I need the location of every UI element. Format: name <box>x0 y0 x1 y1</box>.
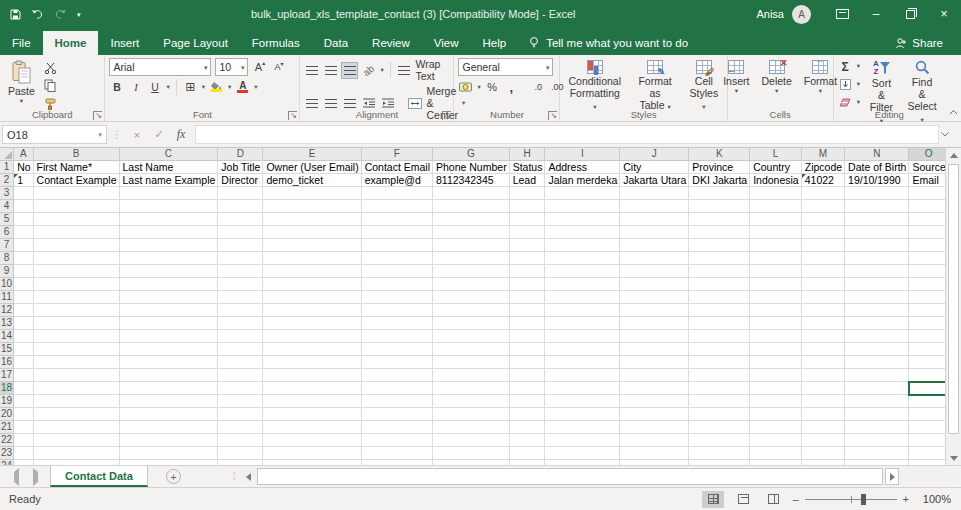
cell-F8[interactable] <box>361 252 432 265</box>
cell-I15[interactable] <box>545 343 620 356</box>
cell-M9[interactable] <box>801 265 844 278</box>
cell-F13[interactable] <box>361 317 432 330</box>
cell-N18[interactable] <box>845 382 909 395</box>
cell-N17[interactable] <box>845 369 909 382</box>
cell-B23[interactable] <box>33 447 119 460</box>
cell-I20[interactable] <box>545 408 620 421</box>
cell-H2[interactable]: Lead <box>509 174 545 187</box>
cell-J2[interactable]: Jakarta Utara <box>620 174 689 187</box>
cell-A22[interactable] <box>14 434 33 447</box>
cell-J10[interactable] <box>620 278 689 291</box>
cell-M14[interactable] <box>801 330 844 343</box>
cell-H22[interactable] <box>509 434 545 447</box>
cell-C19[interactable] <box>119 395 218 408</box>
cell-A20[interactable] <box>14 408 33 421</box>
row-header-17[interactable]: 17 <box>0 369 14 382</box>
cell-M5[interactable] <box>801 213 844 226</box>
cell-O2[interactable]: Email <box>909 174 945 187</box>
cell-O12[interactable] <box>909 304 945 317</box>
ribbon-tab-data[interactable]: Data <box>312 31 360 55</box>
user-name[interactable]: Anisa <box>756 8 784 20</box>
cell-K15[interactable] <box>689 343 750 356</box>
col-header-K[interactable]: K <box>689 148 750 161</box>
col-header-B[interactable]: B <box>33 148 119 161</box>
cell-L15[interactable] <box>750 343 802 356</box>
borders-icon[interactable]: ⊞ <box>183 80 198 95</box>
cell-K2[interactable]: DKI Jakarta <box>689 174 750 187</box>
cell-L1[interactable]: Country <box>750 161 802 174</box>
percent-style-button[interactable]: % <box>485 80 500 95</box>
cell-M20[interactable] <box>801 408 844 421</box>
prev-sheet-icon[interactable] <box>14 472 19 482</box>
cell-M3[interactable] <box>801 187 844 200</box>
format-as-table-button[interactable]: ✎ Format asTable ▾ <box>631 58 679 113</box>
ribbon-tab-file[interactable]: File <box>0 31 43 55</box>
cell-F18[interactable] <box>361 382 432 395</box>
cell-G17[interactable] <box>433 369 510 382</box>
cell-O3[interactable] <box>909 187 945 200</box>
cell-C2[interactable]: Last name Example <box>119 174 218 187</box>
cell-J16[interactable] <box>620 356 689 369</box>
cell-M18[interactable] <box>801 382 844 395</box>
cell-M11[interactable] <box>801 291 844 304</box>
cell-B17[interactable] <box>33 369 119 382</box>
cell-E10[interactable] <box>263 278 361 291</box>
cell-C10[interactable] <box>119 278 218 291</box>
cell-D16[interactable] <box>218 356 263 369</box>
zoom-level[interactable]: 100% <box>917 493 951 505</box>
wrap-text-icon[interactable] <box>396 63 411 78</box>
col-header-D[interactable]: D <box>218 148 263 161</box>
cell-H23[interactable] <box>509 447 545 460</box>
cell-H19[interactable] <box>509 395 545 408</box>
cell-D10[interactable] <box>218 278 263 291</box>
restore-icon[interactable] <box>893 0 927 28</box>
cell-E22[interactable] <box>263 434 361 447</box>
cell-G7[interactable] <box>433 239 510 252</box>
cell-I23[interactable] <box>545 447 620 460</box>
cell-N3[interactable] <box>845 187 909 200</box>
number-format-select[interactable]: General▾ <box>458 58 553 76</box>
cell-F9[interactable] <box>361 265 432 278</box>
cell-M10[interactable] <box>801 278 844 291</box>
cell-C7[interactable] <box>119 239 218 252</box>
autosum-icon[interactable]: Σ <box>838 59 853 74</box>
insert-function-icon[interactable]: fx <box>171 127 191 142</box>
cell-J11[interactable] <box>620 291 689 304</box>
cell-L19[interactable] <box>750 395 802 408</box>
cell-L2[interactable]: Indonesia <box>750 174 802 187</box>
cell-F21[interactable] <box>361 421 432 434</box>
cell-I11[interactable] <box>545 291 620 304</box>
cell-J7[interactable] <box>620 239 689 252</box>
cell-C13[interactable] <box>119 317 218 330</box>
underline-button[interactable]: U <box>147 80 162 95</box>
cell-I12[interactable] <box>545 304 620 317</box>
bold-button[interactable]: B <box>109 80 124 95</box>
cell-J14[interactable] <box>620 330 689 343</box>
cell-B18[interactable] <box>33 382 119 395</box>
col-header-H[interactable]: H <box>509 148 545 161</box>
ribbon-tab-page-layout[interactable]: Page Layout <box>151 31 240 55</box>
cell-F4[interactable] <box>361 200 432 213</box>
cell-K17[interactable] <box>689 369 750 382</box>
cell-D3[interactable] <box>218 187 263 200</box>
cell-F20[interactable] <box>361 408 432 421</box>
row-header-3[interactable]: 3 <box>0 187 14 200</box>
cell-K18[interactable] <box>689 382 750 395</box>
undo-icon[interactable] <box>31 9 44 19</box>
cell-E21[interactable] <box>263 421 361 434</box>
cell-A9[interactable] <box>14 265 33 278</box>
cell-F17[interactable] <box>361 369 432 382</box>
cell-K13[interactable] <box>689 317 750 330</box>
cell-E6[interactable] <box>263 226 361 239</box>
cell-B3[interactable] <box>33 187 119 200</box>
cell-D8[interactable] <box>218 252 263 265</box>
col-header-C[interactable]: C <box>119 148 218 161</box>
col-header-I[interactable]: I <box>545 148 620 161</box>
select-all-corner[interactable] <box>0 148 14 161</box>
cell-G21[interactable] <box>433 421 510 434</box>
cell-J18[interactable] <box>620 382 689 395</box>
cell-G8[interactable] <box>433 252 510 265</box>
cell-N19[interactable] <box>845 395 909 408</box>
cell-M2[interactable]: 41022 <box>801 174 844 187</box>
cell-N6[interactable] <box>845 226 909 239</box>
